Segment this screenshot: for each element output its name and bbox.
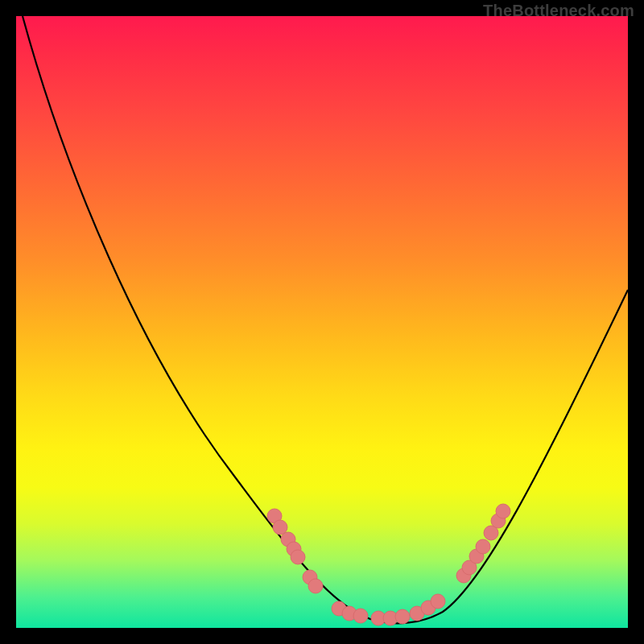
watermark-text: TheBottleneck.com (483, 2, 634, 20)
data-marker (308, 579, 323, 593)
data-marker (395, 609, 410, 624)
chart-frame: TheBottleneck.com (0, 0, 644, 644)
data-marker (431, 594, 445, 609)
plot-area (16, 16, 628, 628)
curve-line (23, 16, 628, 623)
data-marker (496, 504, 510, 518)
data-marker (353, 609, 368, 623)
data-marker (476, 539, 490, 554)
chart-svg (16, 16, 628, 628)
data-marker (291, 550, 305, 564)
